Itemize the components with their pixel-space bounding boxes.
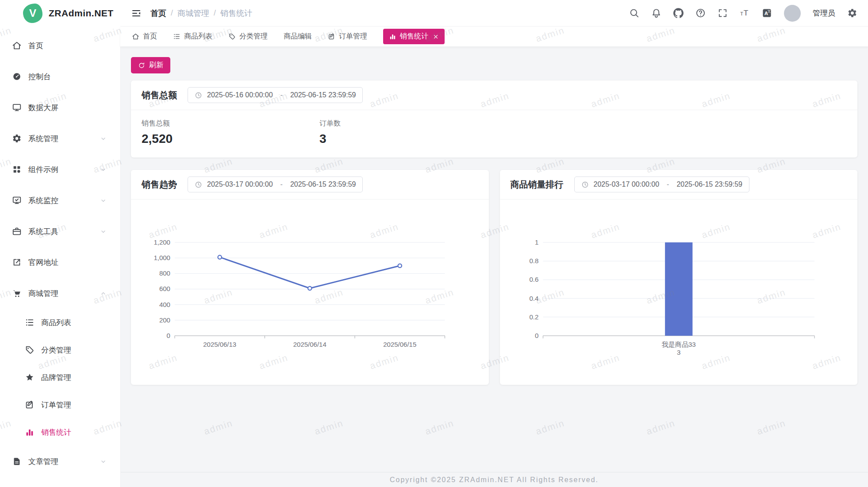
fontsize-icon[interactable]: TT: [740, 8, 750, 18]
sidebar-menu: 首页控制台数据大屏系统管理组件示例系统监控系统工具官网地址商城管理商品列表分类管…: [0, 27, 120, 477]
github-icon[interactable]: [673, 8, 684, 18]
svg-text:2025/06/15: 2025/06/15: [383, 341, 416, 348]
gear-icon: [12, 134, 22, 143]
rank-card-header: 商品销量排行 2025-03-17 00:00:00 - 2025-06-15 …: [500, 170, 858, 199]
sidebar-item-website[interactable]: 官网地址: [0, 247, 120, 278]
tab-label: 分类管理: [239, 32, 268, 41]
tab-order[interactable]: 订单管理: [328, 32, 367, 41]
external-link-icon: [12, 257, 22, 267]
svg-text:0.6: 0.6: [529, 276, 538, 283]
product-rank-card: 商品销量排行 2025-03-17 00:00:00 - 2025-06-15 …: [500, 170, 858, 385]
monitor-icon: [12, 196, 22, 205]
date-start[interactable]: 2025-05-16 00:00:00: [207, 91, 273, 99]
svg-text:0.8: 0.8: [529, 257, 538, 265]
tag-icon: [228, 33, 236, 40]
svg-text:1,000: 1,000: [154, 254, 170, 261]
rank-date-range-picker[interactable]: 2025-03-17 00:00:00 - 2025-06-15 23:59:5…: [574, 176, 749, 192]
tab-sales-stats[interactable]: 销售统计: [383, 29, 445, 44]
edit-icon: [25, 400, 35, 410]
bigscreen-icon: [12, 103, 22, 112]
sidebar-item-console[interactable]: 控制台: [0, 61, 120, 92]
search-icon[interactable]: [629, 8, 639, 18]
svg-text:2025/06/13: 2025/06/13: [203, 341, 236, 348]
top-header: 首页 / 商城管理 / 销售统计 TT A文 管理员: [120, 0, 868, 27]
sidebar-item-home[interactable]: 首页: [0, 30, 120, 61]
home-icon: [132, 33, 139, 40]
svg-text:3: 3: [677, 349, 680, 356]
svg-text:0: 0: [167, 332, 170, 339]
sales-summary-card: 销售总额 2025-05-16 00:00:00 - 2025-06-15 23…: [131, 81, 857, 157]
breadcrumb: 首页 / 商城管理 / 销售统计: [150, 8, 252, 19]
sidebar-item-label: 商品列表: [41, 318, 71, 328]
sidebar-item-category[interactable]: 分类管理: [0, 336, 120, 364]
tab-bar: 首页商品列表分类管理商品编辑订单管理销售统计: [120, 27, 868, 46]
tab-label: 销售统计: [400, 32, 428, 41]
svg-text:1: 1: [535, 238, 538, 246]
svg-text:800: 800: [159, 269, 170, 277]
page-footer: Copyright ©2025 ZRAdmin.NET All Rights R…: [120, 472, 868, 487]
summary-card-title: 销售总额: [142, 89, 177, 101]
tab-category[interactable]: 分类管理: [228, 32, 268, 41]
chevron-down-icon: [100, 458, 107, 465]
sidebar-item-label: 系统工具: [28, 226, 58, 237]
sidebar-item-goods-list[interactable]: 商品列表: [0, 309, 120, 336]
tab-label: 商品列表: [184, 32, 212, 41]
breadcrumb-home[interactable]: 首页: [150, 8, 166, 19]
logo-icon: V: [23, 4, 42, 23]
list-icon: [25, 318, 35, 327]
logo-letter: V: [29, 7, 36, 19]
sidebar-item-brand[interactable]: 品牌管理: [0, 364, 120, 391]
bell-icon[interactable]: [651, 8, 661, 18]
close-icon[interactable]: [433, 34, 439, 40]
svg-text:0: 0: [535, 332, 538, 339]
sidebar-item-label: 订单管理: [41, 400, 71, 410]
date-start[interactable]: 2025-03-17 00:00:00: [207, 180, 273, 188]
trend-card-header: 销售趋势 2025-03-17 00:00:00 - 2025-06-15 23…: [131, 170, 489, 199]
sidebar-item-sales-stats[interactable]: 销售统计: [0, 418, 120, 446]
date-start[interactable]: 2025-03-17 00:00:00: [594, 180, 660, 188]
fullscreen-icon[interactable]: [718, 8, 728, 18]
sidebar-item-order[interactable]: 订单管理: [0, 391, 120, 418]
app-logo[interactable]: V ZRAdmin.NET: [0, 0, 120, 27]
translate-icon[interactable]: A文: [762, 8, 772, 18]
sidebar-fold-icon[interactable]: [131, 8, 142, 19]
avatar[interactable]: [784, 5, 801, 22]
date-end[interactable]: 2025-06-15 23:59:59: [290, 91, 356, 99]
edit-icon: [328, 33, 335, 40]
sidebar-item-datascreen[interactable]: 数据大屏: [0, 92, 120, 123]
sales-trend-chart: 02004006008001,0001,2002025/06/132025/06…: [131, 199, 489, 385]
help-icon[interactable]: [695, 8, 706, 18]
tab-label: 首页: [143, 32, 157, 41]
breadcrumb-separator: /: [171, 8, 173, 18]
stat-order-count: 订单数 3: [319, 119, 497, 146]
list-icon: [173, 33, 181, 40]
sidebar-item-label: 分类管理: [41, 345, 71, 355]
sidebar-item-system[interactable]: 系统管理: [0, 123, 120, 154]
sidebar: V ZRAdmin.NET 首页控制台数据大屏系统管理组件示例系统监控系统工具官…: [0, 0, 121, 487]
copyright-text: Copyright ©2025 ZRAdmin.NET All Rights R…: [390, 476, 599, 484]
current-user[interactable]: 管理员: [813, 8, 835, 18]
document-icon: [12, 456, 22, 466]
tab-goods-edit[interactable]: 商品编辑: [284, 32, 312, 41]
chevron-down-icon: [100, 197, 107, 204]
date-end[interactable]: 2025-06-15 23:59:59: [676, 180, 742, 188]
trend-date-range-picker[interactable]: 2025-03-17 00:00:00 - 2025-06-15 23:59:5…: [188, 176, 363, 192]
tab-label: 订单管理: [339, 32, 367, 41]
sidebar-item-article[interactable]: 文章管理: [0, 446, 120, 477]
app-root: V ZRAdmin.NET 首页控制台数据大屏系统管理组件示例系统监控系统工具官…: [0, 0, 868, 487]
trend-card-title: 销售趋势: [142, 179, 177, 191]
tab-home[interactable]: 首页: [132, 32, 157, 41]
chevron-down-icon: [100, 228, 107, 235]
chevron-down-icon: [100, 166, 107, 173]
summary-date-range-picker[interactable]: 2025-05-16 00:00:00 - 2025-06-15 23:59:5…: [188, 87, 363, 103]
sidebar-item-mall[interactable]: 商城管理: [0, 278, 120, 309]
sidebar-item-monitor[interactable]: 系统监控: [0, 185, 120, 216]
tab-goods-list[interactable]: 商品列表: [173, 32, 212, 41]
sidebar-item-components[interactable]: 组件示例: [0, 154, 120, 185]
refresh-button[interactable]: 刷新: [131, 57, 170, 73]
date-end[interactable]: 2025-06-15 23:59:59: [290, 180, 356, 188]
settings-gear-icon[interactable]: [847, 8, 857, 18]
tag-icon: [25, 345, 35, 355]
sidebar-item-tools[interactable]: 系统工具: [0, 216, 120, 247]
home-icon: [12, 41, 22, 50]
